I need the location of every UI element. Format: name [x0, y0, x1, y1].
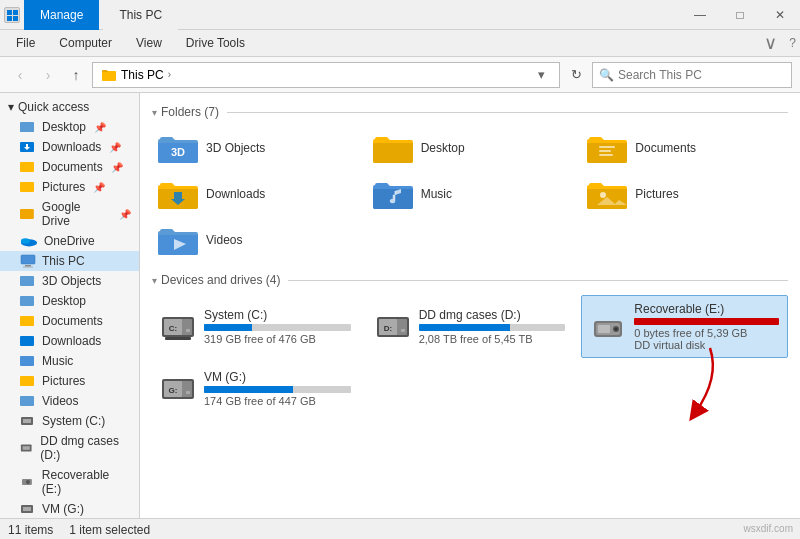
quick-access-label: Quick access: [18, 100, 89, 114]
sidebar-item-3dobjects[interactable]: 3D Objects: [0, 271, 139, 291]
folder-desktop[interactable]: Desktop: [367, 127, 574, 169]
folder-3dobjects[interactable]: 3D 3D Objects: [152, 127, 359, 169]
title-tab-manage[interactable]: Manage: [24, 0, 99, 30]
folders-grid: 3D 3D Objects Desktop: [152, 127, 788, 261]
sidebar-item-vmg[interactable]: VM (G:): [0, 499, 139, 518]
drive-recoverable-icon: [590, 309, 626, 345]
sidebar-item-documents[interactable]: Documents: [0, 311, 139, 331]
address-arrow: ›: [168, 69, 171, 80]
sidebar-item-systemc[interactable]: System (C:): [0, 411, 139, 431]
title-bar-left: Manage This PC: [4, 0, 178, 30]
sidebar-item-downloads-pinned[interactable]: Downloads 📌: [0, 137, 139, 157]
drive-recoverable[interactable]: Recoverable (E:) 0 bytes free of 5,39 GB…: [581, 295, 788, 358]
svg-rect-2: [7, 16, 12, 21]
pin-icon: 📌: [94, 122, 106, 133]
downloads-sidebar-icon: [20, 334, 36, 348]
ribbon-tab-file[interactable]: File: [4, 30, 47, 56]
svg-rect-37: [599, 154, 613, 156]
drive-ddd-info: DD dmg cases (D:) 2,08 TB free of 5,45 T…: [419, 308, 566, 345]
drive-name: VM (G:): [204, 370, 351, 384]
sidebar-label: This PC: [42, 254, 85, 268]
3dobjects-icon: [20, 274, 36, 288]
ribbon-tab-drivetools[interactable]: Drive Tools: [174, 30, 257, 56]
svg-rect-22: [20, 396, 34, 406]
drive-ddd[interactable]: D: DD dmg cases (D:) 2,08 TB free of 5,4…: [367, 295, 574, 358]
sidebar-item-music[interactable]: Music: [0, 351, 139, 371]
folder-pictures[interactable]: Pictures: [581, 173, 788, 215]
sidebar-label: Music: [42, 354, 73, 368]
sidebar-item-ddd[interactable]: DD dmg cases (D:): [0, 431, 139, 465]
drives-section-header[interactable]: ▾ Devices and drives (4): [152, 273, 788, 287]
drive-bar-full: [634, 318, 779, 325]
downloads-folder-icon: [20, 140, 36, 154]
up-button[interactable]: ↑: [64, 63, 88, 87]
search-input[interactable]: [618, 68, 785, 82]
search-box[interactable]: 🔍: [592, 62, 792, 88]
forward-button[interactable]: ›: [36, 63, 60, 87]
sidebar-label: 3D Objects: [42, 274, 101, 288]
folder-music[interactable]: Music: [367, 173, 574, 215]
drives-divider: [288, 280, 788, 281]
sidebar-item-documents-pinned[interactable]: Documents 📌: [0, 157, 139, 177]
svg-rect-43: [165, 337, 191, 340]
drive-name: DD dmg cases (D:): [419, 308, 566, 322]
drive-space: 2,08 TB free of 5,45 TB: [419, 333, 566, 345]
drive-systemc[interactable]: C: System (C:) 319 GB free of 476 GB: [152, 295, 359, 358]
folders-section-header[interactable]: ▾ Folders (7): [152, 105, 788, 119]
recoverabel-icon: [20, 475, 36, 489]
folder-videos[interactable]: Videos: [152, 219, 359, 261]
sidebar-item-downloads[interactable]: Downloads: [0, 331, 139, 351]
address-dropdown-button[interactable]: ▾: [531, 63, 551, 87]
svg-rect-3: [13, 16, 18, 21]
sidebar-label: Pictures: [42, 374, 85, 388]
maximize-button[interactable]: □: [720, 0, 760, 30]
folder-videos-icon: [158, 223, 198, 257]
sidebar-item-pictures-pinned[interactable]: Pictures 📌: [0, 177, 139, 197]
chevron-icon: ▾: [8, 100, 14, 114]
folder-documents[interactable]: Documents: [581, 127, 788, 169]
folder-label: Desktop: [421, 141, 465, 155]
back-button[interactable]: ‹: [8, 63, 32, 87]
svg-point-12: [21, 238, 30, 243]
folder-downloads[interactable]: Downloads: [152, 173, 359, 215]
sidebar-item-googledrive[interactable]: Google Drive 📌: [0, 197, 139, 231]
main-layout: ▾ Quick access Desktop 📌 Downloads 📌 Doc…: [0, 93, 800, 518]
sidebar-item-videos[interactable]: Videos: [0, 391, 139, 411]
sidebar-label: Desktop: [42, 294, 86, 308]
sidebar-item-recoverabel[interactable]: Recoverable (E:): [0, 465, 139, 499]
sidebar-item-pictures[interactable]: Pictures: [0, 371, 139, 391]
drive-vmg[interactable]: G: VM (G:) 174 GB free of 447 GB: [152, 364, 359, 413]
folder-label: Pictures: [635, 187, 678, 201]
sidebar-item-thispc[interactable]: This PC: [0, 251, 139, 271]
svg-rect-1: [13, 10, 18, 15]
svg-rect-36: [599, 150, 611, 152]
ribbon-expand-button[interactable]: ∨: [756, 32, 785, 54]
sidebar-item-desktop-pinned[interactable]: Desktop 📌: [0, 117, 139, 137]
drives-chevron: ▾: [152, 275, 157, 286]
folder-music-icon: [373, 177, 413, 211]
music-sidebar-icon: [20, 354, 36, 368]
svg-rect-0: [7, 10, 12, 15]
svg-rect-15: [23, 267, 33, 268]
drive-desc: DD virtual disk: [634, 339, 779, 351]
drive-bar: [204, 386, 293, 393]
drives-section-label: Devices and drives (4): [161, 273, 280, 287]
sidebar-quick-access[interactable]: ▾ Quick access: [0, 97, 139, 117]
svg-rect-21: [20, 376, 34, 386]
ribbon-tab-computer[interactable]: Computer: [47, 30, 124, 56]
sidebar-item-desktop[interactable]: Desktop: [0, 291, 139, 311]
drive-bar: [204, 324, 252, 331]
drive-bar-wrap: [204, 386, 351, 393]
svg-rect-13: [21, 255, 35, 264]
address-box[interactable]: This PC › ▾: [92, 62, 560, 88]
sidebar-label: Desktop: [42, 120, 86, 134]
title-tab-thispc[interactable]: This PC: [103, 0, 178, 30]
sidebar-item-onedrive[interactable]: OneDrive: [0, 231, 139, 251]
refresh-button[interactable]: ↻: [564, 63, 588, 87]
minimize-button[interactable]: —: [680, 0, 720, 30]
close-button[interactable]: ✕: [760, 0, 800, 30]
folders-section-label: Folders (7): [161, 105, 219, 119]
svg-text:3D: 3D: [171, 146, 185, 158]
address-bar: ‹ › ↑ This PC › ▾ ↻ 🔍: [0, 57, 800, 93]
ribbon-tab-view[interactable]: View: [124, 30, 174, 56]
